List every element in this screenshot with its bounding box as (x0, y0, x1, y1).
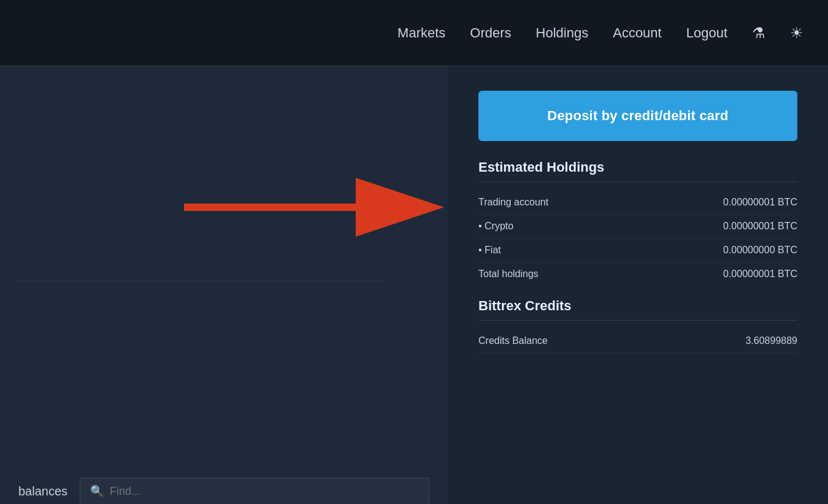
nav-account[interactable]: Account (613, 25, 662, 41)
holdings-value-crypto: 0.00000001 BTC (723, 221, 797, 232)
balances-label: balances (18, 484, 67, 498)
holdings-row-total: Total holdings 0.00000001 BTC (478, 262, 797, 280)
right-panel: Deposit by credit/debit card Estimated H… (448, 66, 828, 504)
estimated-holdings-section: Estimated Holdings Trading account 0.000… (478, 159, 797, 280)
holdings-label-total: Total holdings (478, 269, 539, 280)
nav-markets[interactable]: Markets (397, 25, 445, 41)
holdings-divider (478, 181, 797, 182)
nav-items: Markets Orders Holdings Account Logout ⚗… (397, 25, 803, 42)
deposit-credit-card-button[interactable]: Deposit by credit/debit card (478, 91, 797, 141)
theme-icon[interactable]: ☀ (790, 25, 803, 42)
nav-orders[interactable]: Orders (470, 25, 511, 41)
credits-balance-value: 3.60899889 (745, 335, 797, 346)
search-box: 🔍 (80, 478, 429, 504)
holdings-label-fiat: • Fiat (478, 245, 501, 256)
left-top-area (18, 85, 429, 269)
main-layout: balances 🔍 24H CHANGE ACTIONS 0.00% Depo… (0, 66, 828, 504)
estimated-holdings-title: Estimated Holdings (478, 159, 797, 175)
credits-balance-label: Credits Balance (478, 335, 548, 346)
search-icon: 🔍 (90, 484, 104, 498)
holdings-label-crypto: • Crypto (478, 221, 513, 232)
search-bar-row: balances 🔍 (18, 478, 429, 504)
holdings-row-trading: Trading account 0.00000001 BTC (478, 191, 797, 215)
search-input[interactable] (110, 485, 419, 498)
credits-divider (478, 320, 797, 321)
holdings-row-fiat: • Fiat 0.00000000 BTC (478, 239, 797, 262)
holdings-row-crypto: • Crypto 0.00000001 BTC (478, 215, 797, 239)
holdings-value-trading: 0.00000001 BTC (723, 197, 797, 208)
left-panel: balances 🔍 24H CHANGE ACTIONS 0.00% Depo… (0, 66, 448, 504)
nav-holdings[interactable]: Holdings (536, 25, 589, 41)
holdings-value-fiat: 0.00000000 BTC (723, 245, 797, 256)
credits-title: Bittrex Credits (478, 298, 797, 314)
navbar: Markets Orders Holdings Account Logout ⚗… (0, 0, 828, 66)
holdings-value-total: 0.00000001 BTC (723, 269, 797, 280)
nav-logout[interactable]: Logout (686, 25, 727, 41)
credits-row: Credits Balance 3.60899889 (478, 329, 797, 353)
lab-icon[interactable]: ⚗ (752, 25, 765, 42)
left-divider (18, 281, 386, 281)
holdings-label-trading: Trading account (478, 197, 548, 208)
credits-section: Bittrex Credits Credits Balance 3.608998… (478, 298, 797, 353)
